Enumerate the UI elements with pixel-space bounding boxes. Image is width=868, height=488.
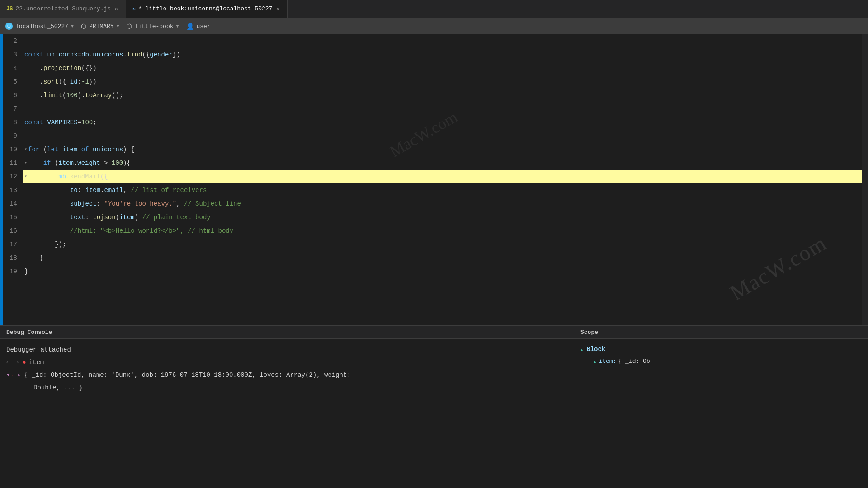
scrollbar[interactable] (862, 34, 868, 325)
code-line-15[interactable]: text: tojson(item) // plain text body (23, 211, 868, 224)
debug-nav-buttons: ← → (6, 356, 19, 369)
code-text-19: } (24, 265, 28, 278)
database-label: little-book (135, 23, 174, 30)
database-chevron: ▼ (176, 24, 179, 29)
code-text-12: mb.sendMail({ (28, 170, 108, 183)
debug-obj2-text: Double, ... } (33, 384, 83, 391)
code-text-11: if (item.weight > 100){ (28, 156, 131, 170)
fold-arrow-10[interactable]: ▾ (24, 143, 27, 156)
debug-obj-icon: ← (12, 369, 15, 381)
code-editor: 2345678910111213141516171819 const unico… (0, 34, 868, 325)
code-text-13: to: item.email, // list of receivers (24, 183, 207, 197)
code-line-18[interactable]: } (23, 251, 868, 265)
topology-chevron: ▼ (117, 24, 119, 29)
code-text-15: text: tojson(item) // plain text body (24, 211, 211, 224)
debug-panel: Debug Console Debugger attached ← → ● it… (0, 325, 868, 488)
code-line-16[interactable]: //html: "<b>Hello world?</b>", // html b… (23, 224, 868, 238)
debug-obj-preview: { _id: ObjectId, name: 'Dunx', dob: 1976… (24, 369, 351, 381)
scope-item-label: item: (599, 356, 616, 368)
js-file-icon: JS (6, 6, 13, 12)
code-text-16: //html: "<b>Hello world?</b>", // html b… (24, 224, 233, 238)
debug-expand-arrow[interactable]: ▾ (6, 369, 10, 381)
server-label: localhost_50227 (15, 23, 68, 30)
tab-active-label: * little-book:unicorns@localhost_50227 (138, 5, 272, 12)
fold-arrow-12[interactable]: ▾ (24, 170, 27, 183)
code-line-3[interactable]: const unicorns=db.unicorns.find({gender}… (23, 48, 868, 61)
server-chevron: ▼ (71, 24, 74, 29)
code-line-4[interactable]: .projection({}) (23, 61, 868, 75)
debug-msg-item[interactable]: ← → ● item (6, 356, 567, 369)
code-line-6[interactable]: .limit(100).toArray(); (23, 89, 868, 102)
scope-panel: Scope ▸ Block ▸ item: { _id: Ob (574, 326, 868, 488)
scope-item-arrow[interactable]: ▸ (594, 357, 597, 368)
next-button[interactable]: → (14, 356, 19, 369)
code-text-10: for (let item of unicorns) { (28, 143, 134, 156)
scope-item-value: { _id: Ob (618, 356, 650, 368)
debug-msg-obj[interactable]: ▾ ← ▸ { _id: ObjectId, name: 'Dunx', dob… (6, 369, 567, 381)
tab-active-file[interactable]: ↻ * little-book:unicorns@localhost_50227… (126, 0, 288, 18)
code-text-3: const unicorns=db.unicorns.find({gender}… (24, 48, 180, 61)
scope-block-section: ▸ Block ▸ item: { _id: Ob (580, 343, 862, 368)
code-text-17: }); (24, 238, 66, 251)
code-text-8: const VAMPIRES=100; (24, 116, 97, 129)
code-line-17[interactable]: }); (23, 238, 868, 251)
tab-js-file[interactable]: JS 22.uncorrelated Subquery.js ✕ (0, 0, 126, 18)
debug-console-header: Debug Console (0, 326, 574, 339)
scope-block-row: Block (586, 343, 650, 356)
topology-icon: ⬡ (81, 23, 86, 30)
code-text-14: subject: "You're too heavy.", // Subject… (24, 197, 241, 211)
code-line-13[interactable]: to: item.email, // list of receivers (23, 183, 868, 197)
debug-console-label: Debug Console (6, 329, 52, 336)
database-icon: ⬡ (127, 23, 132, 30)
code-content: 2345678910111213141516171819 const unico… (0, 34, 868, 325)
line-numbers: 2345678910111213141516171819 (0, 34, 23, 325)
code-line-2[interactable] (23, 34, 868, 48)
scope-body: ▸ Block ▸ item: { _id: Ob (574, 339, 868, 373)
code-text-4: .projection({}) (24, 61, 97, 75)
debug-console-body[interactable]: Debugger attached ← → ● item ▾ ← ▸ { _id… (0, 339, 574, 488)
code-text-6: .limit(100).toArray(); (24, 89, 123, 102)
topology-label: PRIMARY (89, 23, 114, 30)
tab-js-label: 22.uncorrelated Subquery.js (15, 5, 111, 12)
debug-item-text: item (29, 356, 44, 369)
tab-js-close[interactable]: ✕ (113, 5, 119, 13)
debug-msg-obj2: Double, ... } (6, 381, 567, 394)
code-line-19[interactable]: } (23, 265, 868, 278)
scope-block-label: Block (586, 346, 605, 353)
scope-label: Scope (580, 329, 598, 336)
code-line-12[interactable]: →▾ mb.sendMail({ (23, 170, 868, 183)
fold-arrow-11[interactable]: ▾ (24, 156, 27, 170)
server-icon: ⬡ (5, 23, 13, 30)
scope-header: Scope (574, 326, 868, 339)
code-line-7[interactable] (23, 102, 868, 116)
code-line-10[interactable]: ▾for (let item of unicorns) { (23, 143, 868, 156)
database-selector[interactable]: ⬡ little-book ▼ (127, 23, 179, 30)
debug-obj-expand[interactable]: ▸ (18, 369, 21, 381)
debug-console: Debug Console Debugger attached ← → ● it… (0, 326, 574, 488)
code-line-5[interactable]: .sort({_id:-1}) (23, 75, 868, 89)
debug-msg-attached: Debugger attached (6, 343, 567, 356)
code-line-14[interactable]: subject: "You're too heavy.", // Subject… (23, 197, 868, 211)
code-text-5: .sort({_id:-1}) (24, 75, 97, 89)
server-selector[interactable]: ⬡ localhost_50227 ▼ (5, 23, 74, 30)
code-text-18: } (24, 251, 43, 265)
scope-item-row: ▸ item: { _id: Ob (586, 356, 650, 368)
code-lines[interactable]: const unicorns=db.unicorns.find({gender}… (23, 34, 868, 325)
code-line-11[interactable]: ▾ if (item.weight > 100){ (23, 156, 868, 170)
user-icon: 👤 (186, 23, 194, 30)
tab-bar: JS 22.uncorrelated Subquery.js ✕ ↻ * lit… (0, 0, 868, 18)
prev-button[interactable]: ← (6, 356, 11, 369)
topology-selector[interactable]: ⬡ PRIMARY ▼ (81, 23, 119, 30)
tab-active-close[interactable]: ✕ (275, 5, 281, 13)
toolbar: ⬡ localhost_50227 ▼ ⬡ PRIMARY ▼ ⬡ little… (0, 18, 868, 34)
spin-file-icon: ↻ (132, 5, 136, 12)
debug-error-icon: ● (22, 356, 26, 369)
code-line-9[interactable] (23, 129, 868, 143)
user-label: user (197, 23, 211, 30)
scope-block-arrow[interactable]: ▸ (580, 344, 584, 356)
code-line-8[interactable]: const VAMPIRES=100; (23, 116, 868, 129)
active-line-gutter (0, 34, 3, 325)
debugger-attached-text: Debugger attached (6, 346, 71, 353)
user-selector[interactable]: 👤 user (186, 23, 211, 30)
